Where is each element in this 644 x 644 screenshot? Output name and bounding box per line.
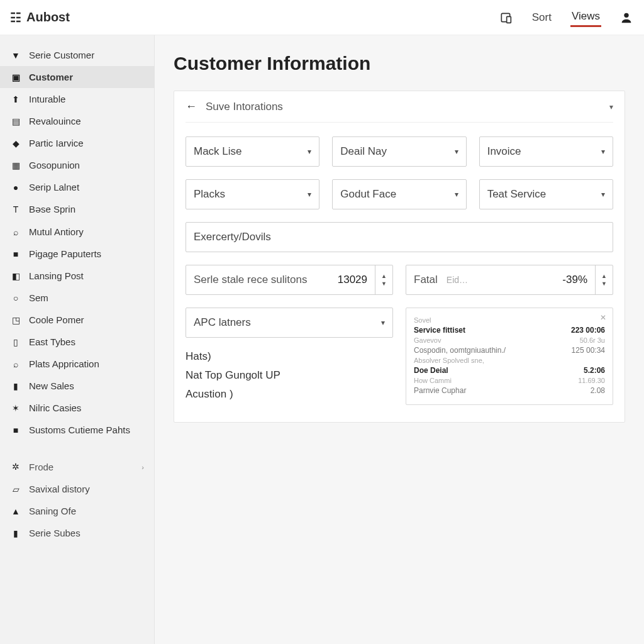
select-label: Placks — [194, 188, 225, 201]
sidebar-item-serie-subes[interactable]: ▮Serie Subes — [0, 522, 154, 544]
chevron-down-icon[interactable]: ▾ — [609, 103, 613, 111]
brand: ☷ Aubost — [10, 10, 70, 25]
sidebar-item-east-tybes[interactable]: ▯East Tybes — [0, 331, 154, 353]
panel-label: How Cammi — [414, 377, 452, 384]
sidebar-item-serie-customer[interactable]: ▼Serie Customer — [0, 44, 154, 66]
block-icon: ▮ — [10, 381, 21, 391]
select-mack-lise[interactable]: Mack Lise▾ — [186, 136, 319, 167]
sort-action[interactable]: Sort — [531, 9, 553, 26]
list-item: Hats) — [186, 350, 393, 363]
sidebar-item-revalouince[interactable]: ▤Revalouince — [0, 110, 154, 132]
panel-label: Gavevov — [414, 336, 441, 344]
select-invoice[interactable]: Invoice▾ — [479, 136, 613, 167]
sidebar-item-inturable[interactable]: ⬆Inturable — [0, 88, 154, 110]
panel-value: 125 00:34 — [572, 346, 605, 355]
sidebar-item-label: Saning Ofe — [29, 506, 76, 516]
window-icon: ◳ — [10, 315, 21, 325]
stepper-label: Fatal — [414, 274, 438, 286]
sidebar-item-mutul-antiory[interactable]: ⌕Mutul Antiory — [0, 221, 154, 243]
select-godut-face[interactable]: Godut Face▾ — [332, 179, 466, 209]
sidebar-item-base-sprin[interactable]: TBəse Sprin — [0, 198, 154, 221]
sidebar-item-label: Mutul Antiory — [29, 226, 84, 237]
sidebar-item-coole-pomer[interactable]: ◳Coole Pomer — [0, 309, 154, 331]
input-exercerty[interactable]: Exercerty/Dovils — [186, 222, 613, 252]
sidebar-item-pigage-paputerts[interactable]: ■Pigage Paputerts — [0, 243, 154, 265]
select-deail-nay[interactable]: Deail Nay▾ — [332, 136, 466, 167]
input-value: Exercerty/Dovils — [194, 231, 271, 243]
card-head: ← Suve Intorations ▾ — [186, 100, 613, 123]
sidebar-item-label: Bəse Sprin — [29, 204, 75, 215]
panel-label: Parnvie Cuphar — [414, 386, 466, 395]
block-icon: ■ — [10, 425, 21, 435]
select-placks[interactable]: Placks▾ — [186, 179, 319, 209]
sidebar-item-partic-iarvice[interactable]: ◆Partic Iarvice — [0, 132, 154, 154]
sidebar-item-label: Nilric Casies — [29, 402, 81, 413]
sidebar-item-label: Plats Apprication — [29, 358, 99, 369]
select-label: Mack Lise — [194, 145, 242, 158]
doc-icon: ▯ — [10, 337, 21, 347]
sidebar-item-gosopunion[interactable]: ▦Gosopunion — [0, 154, 154, 176]
sidebar-item-plats-apprication[interactable]: ⌕Plats Apprication — [0, 353, 154, 375]
chevron-down-icon: ▼ — [381, 280, 387, 287]
brand-icon: ☷ — [10, 10, 21, 25]
svg-point-2 — [624, 13, 628, 17]
chevron-down-icon: ▾ — [455, 190, 458, 199]
sidebar-item-nilric-casies[interactable]: ✶Nilric Casies — [0, 397, 154, 419]
grid-icon: ▦ — [10, 160, 21, 170]
list-item: Nat Top Gungolt UP — [186, 369, 393, 382]
stepper-serle-stale[interactable]: Serle stale rece sulitons 13029 ▲▼ — [186, 265, 393, 295]
sidebar-item-lansing-post[interactable]: ◧Lansing Post — [0, 265, 154, 287]
sidebar-item-label: Frode — [29, 462, 53, 472]
sidebar-item-new-sales[interactable]: ▮New Sales — [0, 375, 154, 397]
sidebar-item-sem[interactable]: ○Sem — [0, 287, 154, 309]
back-icon[interactable]: ← — [186, 100, 197, 113]
panel-icon: ◧ — [10, 271, 21, 281]
stepper-mid: Eid… — [447, 275, 468, 285]
text-list: Hats) Nat Top Gungolt UP Acustion ) — [186, 338, 393, 401]
spinner[interactable]: ▲▼ — [595, 265, 613, 294]
sidebar-item-saning-ofe[interactable]: ▲Saning Ofe — [0, 500, 154, 522]
panel-value: 11.69.30 — [578, 377, 605, 384]
stepper-value: -39% — [562, 274, 587, 286]
diamond-icon: ◆ — [10, 138, 21, 148]
up-icon: ⬆ — [10, 94, 21, 104]
user-icon[interactable] — [619, 10, 634, 25]
info-panel: ✕ Sovel Service fittiset223 00:06 Gavevo… — [406, 308, 613, 405]
sidebar-item-savixal-distory[interactable]: ▱Savixal distory — [0, 478, 154, 500]
select-teat-service[interactable]: Teat Service▾ — [479, 179, 613, 209]
sidebar-item-label: Serip Lalnet — [29, 182, 79, 192]
chevron-up-icon: ▲ — [601, 272, 607, 280]
stepper-value: 13029 — [338, 274, 367, 286]
sidebar-item-label: Sem — [29, 292, 48, 303]
main: Customer Information ← Suve Intorations … — [155, 35, 644, 644]
chevron-down-icon: ▼ — [601, 280, 607, 287]
page-title: Customer Information — [174, 53, 625, 74]
views-action[interactable]: Views — [570, 8, 601, 27]
square-icon: ■ — [10, 249, 21, 259]
panel-label: Doe Deial — [414, 366, 448, 375]
sidebar-item-label: Serie Customer — [29, 50, 94, 60]
panel-value: 2.08 — [591, 386, 605, 395]
sidebar-item-serip-lalnet[interactable]: ●Serip Lalnet — [0, 176, 154, 198]
chevron-down-icon: ▾ — [381, 318, 385, 327]
chevron-down-icon: ▾ — [601, 147, 605, 156]
panel-label: Service fittiset — [414, 326, 465, 335]
device-icon[interactable] — [498, 10, 513, 25]
sidebar-item-sustoms-cutieme-pahts[interactable]: ■Sustoms Cutieme Pahts — [0, 419, 154, 441]
stepper-fatal[interactable]: Fatal Eid… -39% ▲▼ — [406, 265, 613, 295]
brand-text: Aubost — [26, 10, 70, 25]
sidebar-item-customer[interactable]: ▣Customer — [0, 66, 154, 88]
spinner[interactable]: ▲▼ — [375, 265, 392, 294]
chevron-down-icon: ▾ — [455, 147, 458, 156]
sidebar-group-frode[interactable]: ✲Frode› — [0, 456, 154, 478]
sidebar-item-label: Serie Subes — [29, 528, 80, 538]
search-icon: ⌕ — [10, 227, 21, 237]
box-icon: ▣ — [10, 72, 21, 82]
combo-apc-latners[interactable]: APC latners▾ — [186, 308, 393, 338]
chevron-down-icon: ▾ — [308, 147, 311, 156]
chevron-down-icon: ▾ — [308, 190, 311, 199]
rows-icon: ▤ — [10, 116, 21, 126]
chevron-up-icon: ▲ — [381, 272, 387, 280]
sidebar-item-label: Lansing Post — [29, 270, 84, 281]
close-icon[interactable]: ✕ — [600, 313, 606, 322]
